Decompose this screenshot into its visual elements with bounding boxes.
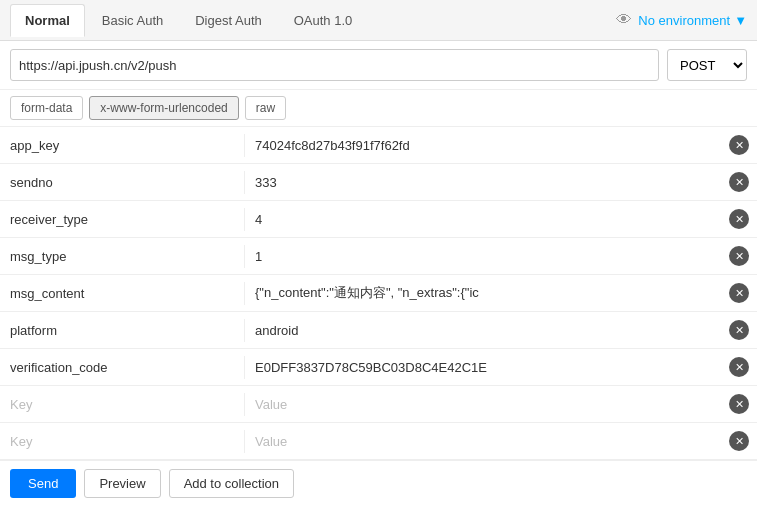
delete-param-button[interactable] [729,209,749,229]
body-type-raw[interactable]: raw [245,96,286,120]
table-row [0,275,757,312]
param-key-input[interactable] [10,434,234,449]
table-row [0,238,757,275]
table-row [0,349,757,386]
param-key-input[interactable] [10,212,234,227]
footer: Send Preview Add to collection [0,460,757,506]
delete-param-button[interactable] [729,135,749,155]
env-selector[interactable]: 👁 No environment ▼ [616,11,747,29]
url-input[interactable] [10,49,659,81]
eye-icon: 👁 [616,11,632,29]
tab-bar: Normal Basic Auth Digest Auth OAuth 1.0 … [0,0,757,41]
param-value-input[interactable] [255,138,711,153]
param-key-input[interactable] [10,360,234,375]
delete-param-button[interactable] [729,357,749,377]
preview-button[interactable]: Preview [84,469,160,498]
send-button[interactable]: Send [10,469,76,498]
tab-basic-auth[interactable]: Basic Auth [87,4,178,37]
url-bar: POST GET PUT DELETE PATCH [0,41,757,90]
table-row [0,201,757,238]
body-type-bar: form-data x-www-form-urlencoded raw [0,90,757,127]
param-key-input[interactable] [10,323,234,338]
table-row [0,312,757,349]
env-label: No environment [638,13,730,28]
delete-param-button[interactable] [729,320,749,340]
param-key-input[interactable] [10,138,234,153]
param-value-input[interactable] [255,249,711,264]
param-value-input[interactable] [255,286,711,301]
table-row [0,423,757,460]
param-value-input[interactable] [255,323,711,338]
param-value-input[interactable] [255,175,711,190]
body-type-urlencoded[interactable]: x-www-form-urlencoded [89,96,238,120]
tab-digest-auth[interactable]: Digest Auth [180,4,277,37]
param-key-input[interactable] [10,397,234,412]
tab-normal[interactable]: Normal [10,4,85,37]
table-row [0,164,757,201]
method-select[interactable]: POST GET PUT DELETE PATCH [667,49,747,81]
param-key-input[interactable] [10,249,234,264]
param-value-input[interactable] [255,360,711,375]
table-row [0,386,757,423]
delete-param-button[interactable] [729,172,749,192]
table-row [0,127,757,164]
delete-param-button[interactable] [729,246,749,266]
params-table [0,127,757,460]
param-value-input[interactable] [255,434,711,449]
add-to-collection-button[interactable]: Add to collection [169,469,294,498]
chevron-down-icon: ▼ [734,13,747,28]
delete-param-button[interactable] [729,394,749,414]
param-value-input[interactable] [255,397,711,412]
delete-param-button[interactable] [729,283,749,303]
delete-param-button[interactable] [729,431,749,451]
param-value-input[interactable] [255,212,711,227]
param-key-input[interactable] [10,175,234,190]
param-key-input[interactable] [10,286,234,301]
tab-oauth[interactable]: OAuth 1.0 [279,4,368,37]
body-type-form-data[interactable]: form-data [10,96,83,120]
